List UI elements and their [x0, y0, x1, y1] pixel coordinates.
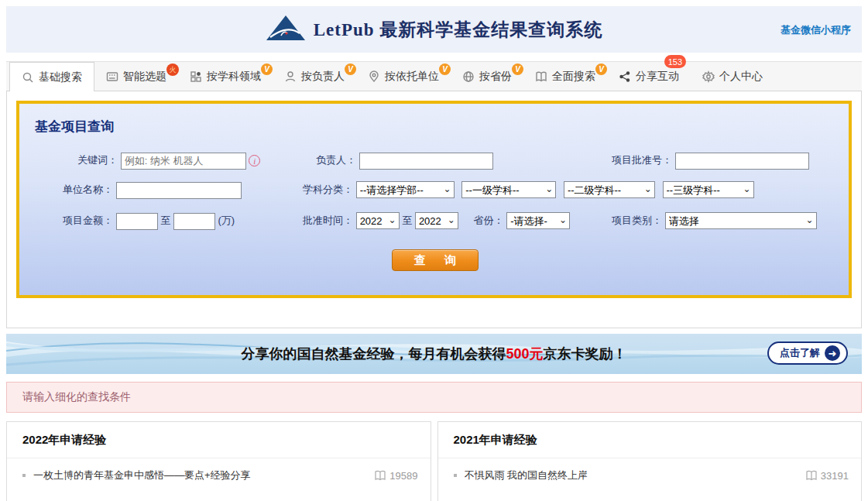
org-field: 单位名称： — [63, 181, 242, 199]
fund-query-panel: 基金项目查询 关键词： i 负责人： 项目批准号： 单位名称： 学科分类： — [16, 101, 852, 298]
search-form-container: 基金项目查询 关键词： i 负责人： 项目批准号： 单位名称： 学科分类： — [6, 91, 862, 328]
page: LetPub 最新科学基金结果查询系统 基金微信小程序 基础搜索 智能选题 火 … — [6, 6, 862, 501]
tab-by-subject[interactable]: 按学科领域 V — [178, 62, 273, 91]
grid-icon — [106, 70, 118, 83]
list-item-link[interactable]: 不惧风雨 我的国自然终上岸 — [465, 468, 796, 482]
pi-field: 负责人： — [316, 152, 493, 170]
tab-basic-search[interactable]: 基础搜索 — [9, 62, 94, 91]
project-type-select[interactable]: 请选择 — [665, 212, 817, 229]
subject-field: 学科分类： --请选择学部-- --一级学科-- --二级学科-- --三级学科… — [303, 181, 754, 199]
info-icon[interactable]: i — [249, 155, 260, 166]
amount-label: 项目金额： — [63, 214, 113, 226]
keyword-label: 关键词： — [77, 154, 118, 166]
search-button[interactable]: 查 询 — [392, 249, 479, 271]
subject-level2-select[interactable]: --二级学科-- — [564, 181, 655, 198]
header: LetPub 最新科学基金结果查询系统 基金微信小程序 — [6, 6, 862, 53]
tab-smart-topic[interactable]: 智能选题 火 — [94, 62, 178, 91]
arrow-right-icon: ➜ — [825, 345, 840, 361]
hot-badge: 火 — [166, 63, 179, 76]
vip-badge: V — [595, 63, 607, 75]
subject-level3-select[interactable]: --三级学科-- — [663, 181, 754, 198]
experience-column-2022: 2022年申请经验 一枚土博的青年基金申中感悟——要点+经验分享 19589 他… — [6, 421, 431, 501]
tab-personal-center[interactable]: 个人中心 — [691, 62, 774, 91]
location-icon — [368, 70, 380, 83]
experience-column-2021: 2021年申请经验 不惧风雨 我的国自然终上岸 33191 第一次申请国自然青年… — [437, 421, 863, 501]
mini-program-link[interactable]: 基金微信小程序 — [781, 23, 851, 37]
keyword-field: 关键词： i — [77, 152, 260, 170]
grant-no-label: 项目批准号： — [612, 154, 672, 166]
banner-cta-button[interactable]: 点击了解 ➜ — [767, 341, 848, 365]
refine-search-notice: 请输入细化的查找条件 — [6, 382, 862, 413]
tab-by-province[interactable]: 按省份 V — [451, 62, 523, 91]
subject-level1-select[interactable]: --一级学科-- — [461, 181, 556, 198]
keyword-input[interactable] — [121, 153, 246, 170]
amount-to-label: 至 — [160, 214, 170, 226]
gear-icon — [702, 70, 715, 83]
brand: LetPub 最新科学基金结果查询系统 — [266, 15, 603, 44]
page-title: LetPub 最新科学基金结果查询系统 — [314, 18, 603, 42]
banner-text: 分享你的国自然基金经验，每月有机会获得500元京东卡奖励！ — [241, 345, 626, 363]
grant-no-input[interactable] — [675, 153, 809, 170]
letpub-mountain-logo-icon — [266, 15, 306, 44]
amount-max-input[interactable] — [173, 213, 215, 230]
vip-badge: V — [345, 63, 356, 75]
tab-by-institution[interactable]: 按依托单位 V — [356, 62, 451, 91]
tab-by-pi[interactable]: 按负责人 V — [273, 62, 356, 91]
view-count: 19589 — [374, 470, 417, 482]
globe-icon — [462, 70, 475, 83]
list-item: 不惧风雨 我的国自然终上岸 33191 — [438, 458, 862, 492]
list-item-link[interactable]: 一枚土博的青年基金申中感悟——要点+经验分享 — [33, 468, 365, 482]
list-item: 第一次申请国自然青年基金上岸的经验分享 — [438, 492, 862, 501]
year-from-select[interactable]: 2022 — [356, 212, 400, 229]
pi-label: 负责人： — [316, 154, 356, 166]
column-title: 2022年申请经验 — [7, 422, 431, 458]
province-label: 省份： — [474, 214, 504, 226]
amount-unit-label: (万) — [218, 214, 235, 226]
approval-time-field: 批准时间： 2022 至 2022 省份： -请选择- — [303, 212, 570, 230]
column-title: 2021年申请经验 — [438, 422, 862, 458]
views-book-icon — [374, 470, 386, 481]
book-icon — [535, 70, 547, 83]
promo-banner[interactable]: 分享你的国自然基金经验，每月有机会获得500元京东卡奖励！ 点击了解 ➜ — [6, 334, 862, 374]
pi-input[interactable] — [359, 153, 493, 170]
notification-count-badge: 153 — [664, 55, 686, 68]
panel-title: 基金项目查询 — [35, 118, 114, 136]
time-to-label: 至 — [402, 214, 412, 226]
tab-full-search[interactable]: 全面搜索 V — [523, 62, 607, 91]
tab-bar: 基础搜索 智能选题 火 按学科领域 V 按负责人 V 按依托单位 V — [6, 61, 862, 91]
share-icon — [619, 70, 631, 83]
province-select[interactable]: -请选择- — [506, 212, 570, 229]
banner-highlight: 500元 — [506, 346, 543, 362]
list-item: 他山之石：大牛告诉你国自然基金标书怎么写 — [7, 492, 431, 501]
grant-no-field: 项目批准号： — [612, 152, 809, 170]
search-icon — [22, 71, 34, 84]
project-type-field: 项目类别： 请选择 — [612, 212, 817, 230]
views-book-icon — [805, 470, 818, 481]
view-count: 33191 — [805, 470, 849, 482]
subject-dept-select[interactable]: --请选择学部-- — [356, 181, 455, 198]
org-label: 单位名称： — [63, 184, 113, 195]
tab-share-interact[interactable]: 分享互动 153 — [607, 62, 691, 91]
amount-field: 项目金额： 至 (万) — [63, 212, 235, 230]
bullet-icon — [454, 474, 457, 477]
vip-badge: V — [439, 63, 451, 75]
category-icon — [190, 70, 202, 83]
experience-columns: 2022年申请经验 一枚土博的青年基金申中感悟——要点+经验分享 19589 他… — [6, 421, 862, 501]
vip-badge: V — [261, 63, 273, 75]
bullet-icon — [22, 474, 26, 477]
vip-badge: V — [512, 63, 523, 75]
person-icon — [284, 70, 297, 83]
year-to-select[interactable]: 2022 — [415, 212, 458, 229]
time-label: 批准时间： — [303, 214, 353, 226]
list-item: 一枚土博的青年基金申中感悟——要点+经验分享 19589 — [7, 458, 431, 492]
org-name-input[interactable] — [116, 182, 242, 199]
type-label: 项目类别： — [612, 214, 662, 226]
subject-label: 学科分类： — [303, 184, 353, 195]
amount-min-input[interactable] — [116, 213, 158, 230]
